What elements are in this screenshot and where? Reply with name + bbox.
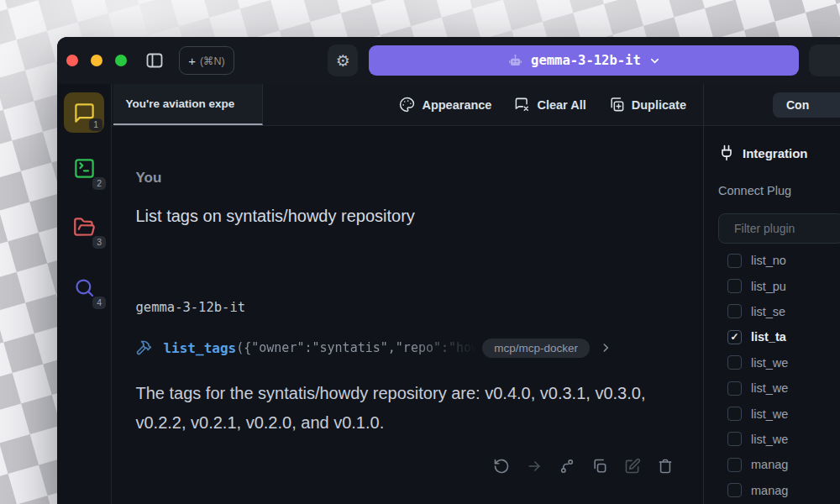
rail-badge: 2 — [92, 177, 106, 190]
icon-rail: 1 2 3 — [57, 84, 112, 504]
branch-icon[interactable] — [559, 458, 575, 475]
assistant-message: The tags for the syntatis/howdy reposito… — [135, 379, 674, 438]
screenshot-viewport: + (⌘N) ⚙ gemma- — [0, 0, 840, 504]
rail-item-files[interactable]: 3 — [64, 207, 104, 247]
plugin-label: list_ta — [751, 330, 786, 344]
titlebar: + (⌘N) ⚙ gemma- — [57, 37, 840, 84]
user-message: List tags on syntatis/howdy repository — [135, 207, 674, 226]
zoom-window-button[interactable] — [115, 55, 127, 66]
checkmark-icon: ✓ — [730, 332, 738, 342]
plugin-row[interactable]: ✓ manag — [718, 478, 840, 503]
plugin-row[interactable]: ✓ manag — [718, 452, 840, 477]
chevron-right-icon[interactable] — [600, 342, 612, 354]
rail-item-developer[interactable]: 2 — [64, 148, 104, 188]
hammer-icon — [135, 339, 152, 356]
rail-badge: 4 — [92, 297, 106, 309]
chevron-down-icon — [648, 55, 661, 67]
plugin-checkbox[interactable]: ✓ — [727, 330, 742, 344]
plugin-row[interactable]: ✓ list_no — [718, 248, 840, 273]
plugin-list: ✓ list_no ✓ list_pu ✓ list_se ✓ list_ta … — [718, 248, 840, 503]
configure-label: Con — [786, 98, 809, 112]
appearance-button[interactable]: Appearance — [399, 97, 491, 113]
gear-icon: ⚙ — [336, 51, 350, 71]
mcp-server-badge: mcp/mcp-docker — [482, 339, 590, 358]
rail-item-chat[interactable]: 1 — [64, 92, 104, 133]
tab-bar: You're aviation expe Appearanc — [112, 84, 703, 126]
tab-title: You're aviation expe — [125, 97, 234, 110]
user-role-label: You — [135, 170, 674, 186]
plugin-checkbox[interactable]: ✓ — [727, 381, 742, 396]
plugin-checkbox[interactable]: ✓ — [727, 254, 742, 268]
new-chat-plus: + — [188, 54, 196, 68]
titlebar-extra-button[interactable] — [809, 45, 840, 76]
duplicate-label: Duplicate — [632, 98, 686, 112]
robot-icon — [507, 53, 523, 69]
continue-arrow-icon[interactable] — [526, 458, 543, 475]
plugin-label: manag — [751, 458, 788, 471]
main-layout: 1 2 3 — [57, 84, 840, 504]
clear-chat-icon — [514, 97, 530, 113]
clear-all-button[interactable]: Clear All — [514, 97, 585, 113]
sidebar-toggle-icon[interactable] — [144, 50, 165, 71]
plugin-checkbox[interactable]: ✓ — [727, 355, 742, 370]
palette-icon — [399, 97, 415, 113]
tool-name[interactable]: list_tags — [163, 340, 236, 356]
settings-button[interactable]: ⚙ — [328, 45, 358, 76]
search-icon — [73, 276, 96, 299]
filter-plugins-input[interactable] — [718, 213, 840, 244]
plugin-row[interactable]: ✓ list_we — [718, 375, 840, 401]
plugin-row[interactable]: ✓ list_se — [718, 299, 840, 324]
panel-topbar: Con — [704, 84, 840, 126]
plugin-checkbox[interactable]: ✓ — [727, 458, 742, 472]
chat-column: You're aviation expe Appearanc — [112, 84, 704, 504]
terminal-icon — [73, 157, 96, 180]
rail-item-discover[interactable]: 4 — [64, 267, 104, 307]
close-window-button[interactable] — [66, 55, 78, 66]
integrations-panel: Con Integration Connect Plug — [704, 84, 840, 504]
plugin-label: list_no — [751, 254, 786, 267]
plugin-checkbox[interactable]: ✓ — [727, 279, 742, 293]
integrations-header: Integration — [718, 144, 840, 161]
edit-icon[interactable] — [624, 458, 641, 475]
minimize-window-button[interactable] — [91, 55, 102, 66]
plugin-checkbox[interactable]: ✓ — [727, 407, 742, 421]
selected-model-name: gemma-3-12b-it — [531, 53, 641, 68]
message-toolbar — [135, 458, 674, 475]
configure-button[interactable]: Con — [773, 92, 840, 118]
plugin-row[interactable]: ✓ list_pu — [718, 273, 840, 298]
tab-actions: Appearance Clear All — [399, 84, 703, 125]
plugin-label: list_se — [751, 305, 785, 318]
traffic-lights — [66, 55, 127, 66]
duplicate-button[interactable]: Duplicate — [609, 97, 686, 113]
tool-arguments: ({"owner":"syntatis","repo":"how — [236, 340, 479, 355]
new-chat-button[interactable]: + (⌘N) — [179, 46, 234, 75]
integrations-title: Integration — [743, 146, 808, 160]
plugin-checkbox[interactable]: ✓ — [727, 432, 742, 446]
appearance-label: Appearance — [422, 98, 491, 112]
connect-plugins-label: Connect Plug — [718, 184, 840, 197]
plugin-label: list_pu — [751, 280, 786, 293]
plugin-label: list_we — [751, 433, 788, 446]
plugin-row[interactable]: ✓ list_we — [718, 350, 840, 375]
new-chat-shortcut: (⌘N) — [200, 55, 225, 67]
plugin-checkbox[interactable]: ✓ — [727, 483, 742, 497]
copy-icon[interactable] — [591, 458, 608, 475]
model-selector-dropdown[interactable]: gemma-3-12b-it — [369, 45, 799, 76]
tool-call-row[interactable]: list_tags ({"owner":"syntatis","repo":"h… — [135, 335, 674, 360]
plugin-row[interactable]: ✓ list_we — [718, 427, 840, 452]
clear-all-label: Clear All — [537, 98, 585, 112]
plugin-row[interactable]: ✓ list_we — [718, 401, 840, 426]
app-window: + (⌘N) ⚙ gemma- — [57, 37, 840, 504]
plug-icon — [718, 144, 735, 161]
rail-badge: 3 — [92, 236, 106, 249]
duplicate-icon — [609, 97, 625, 113]
plugin-label: list_we — [751, 356, 788, 370]
plugin-row[interactable]: ✓ list_ta — [718, 324, 840, 349]
tab-conversation[interactable]: You're aviation expe — [113, 84, 263, 125]
plugin-label: list_we — [751, 407, 788, 421]
trash-icon[interactable] — [657, 458, 674, 475]
plugin-label: list_we — [751, 381, 788, 395]
plugin-checkbox[interactable]: ✓ — [727, 304, 742, 318]
regenerate-icon[interactable] — [493, 458, 510, 475]
plugin-label: manag — [751, 484, 788, 497]
